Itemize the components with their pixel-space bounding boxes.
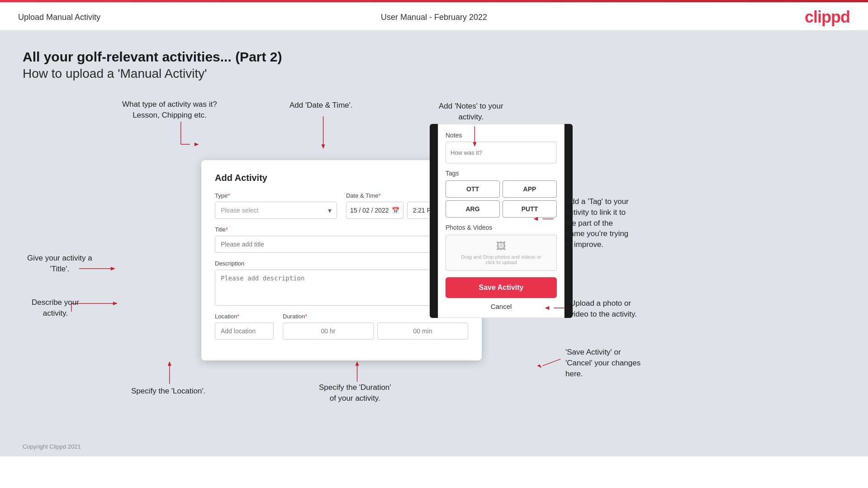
save-activity-button[interactable]: Save Activity — [446, 277, 557, 298]
notes-label: Notes — [446, 132, 557, 139]
svg-marker-12 — [168, 361, 171, 366]
notes-annotation: Add 'Notes' to your activity. — [439, 101, 503, 123]
type-label: Type* — [215, 192, 337, 199]
type-annotation: What type of activity was it? Lesson, Ch… — [122, 99, 217, 121]
phone-screen: Notes Tags OTT APP ARG PUTT Photos & Vid… — [438, 124, 564, 318]
type-select-wrapper: Please select ▾ — [215, 202, 337, 219]
svg-marker-22 — [537, 365, 541, 368]
photos-drop-area[interactable]: 🖼 Drag and Drop photos and videos orclic… — [446, 235, 557, 271]
svg-marker-9 — [113, 302, 118, 305]
tag-ott[interactable]: OTT — [446, 180, 500, 198]
phone-panel: Notes Tags OTT APP ARG PUTT Photos & Vid… — [430, 124, 573, 318]
calendar-icon: 📅 — [392, 207, 399, 214]
svg-line-21 — [542, 359, 560, 366]
desc-annotation: Describe your activity. — [32, 297, 79, 319]
tag-arg[interactable]: ARG — [446, 200, 500, 218]
phone-left-bar — [430, 124, 438, 318]
tag-annotation: Add a 'Tag' to your activity to link it … — [565, 196, 629, 250]
location-label: Location* — [215, 313, 274, 320]
tags-grid: OTT APP ARG PUTT — [446, 180, 557, 218]
title-annotation: Give your activity a 'Title'. — [27, 253, 92, 275]
tag-app[interactable]: APP — [503, 180, 557, 198]
duration-hr-input[interactable] — [283, 322, 374, 340]
type-select[interactable]: Please select — [215, 202, 337, 219]
svg-marker-14 — [356, 361, 359, 366]
section-heading: All your golf-relevant activities... (Pa… — [23, 49, 845, 65]
tags-label: Tags — [446, 170, 557, 177]
logo: clippd — [805, 8, 850, 27]
main-content: All your golf-relevant activities... (Pa… — [0, 31, 868, 456]
date-annotation: Add 'Date & Time'. — [289, 100, 353, 111]
svg-marker-6 — [111, 267, 115, 270]
location-input[interactable] — [215, 322, 274, 340]
date-input[interactable]: 15 / 02 / 2022 📅 — [346, 202, 403, 219]
duration-min-input[interactable] — [377, 322, 468, 340]
save-annotation: 'Save Activity' or 'Cancel' your changes… — [565, 347, 640, 379]
duration-inputs — [283, 322, 468, 340]
date-value: 15 / 02 / 2022 — [350, 207, 389, 214]
image-icon: 🖼 — [496, 241, 506, 252]
duration-annotation: Specify the 'Duration' of your activity. — [319, 382, 391, 404]
svg-marker-4 — [322, 144, 325, 149]
cancel-link[interactable]: Cancel — [446, 303, 557, 310]
type-group: Type* Please select ▾ — [215, 192, 337, 219]
location-group: Location* — [215, 313, 274, 340]
page-subtitle: User Manual - February 2022 — [381, 13, 487, 22]
page-title: Upload Manual Activity — [18, 13, 100, 22]
photo-annotation: Upload a photo or video to the activity. — [570, 298, 637, 320]
tag-putt[interactable]: PUTT — [503, 200, 557, 218]
copyright: Copyright Clippd 2021 — [23, 443, 81, 450]
location-annotation: Specify the 'Location'. — [131, 386, 205, 397]
svg-marker-2 — [194, 142, 199, 146]
photos-drop-text: Drag and Drop photos and videos orclick … — [461, 254, 541, 265]
section-subheading: How to upload a 'Manual Activity' — [23, 66, 845, 81]
top-bar: Upload Manual Activity User Manual - Feb… — [0, 2, 868, 31]
photos-label: Photos & Videos — [446, 224, 557, 231]
dialog-title: Add Activity — [215, 173, 267, 183]
notes-input[interactable] — [446, 142, 557, 163]
